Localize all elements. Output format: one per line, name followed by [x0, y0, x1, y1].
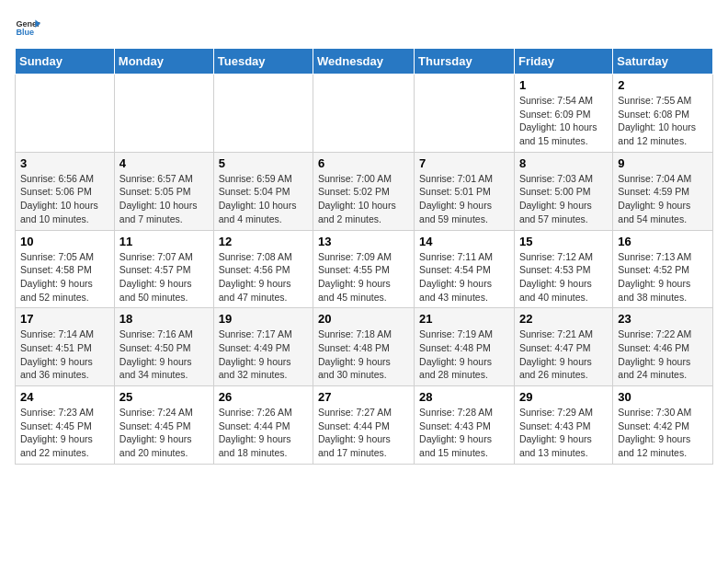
day-info: Sunrise: 7:09 AM Sunset: 4:55 PM Dayligh… — [318, 250, 409, 304]
calendar-cell: 29Sunrise: 7:29 AM Sunset: 4:43 PM Dayli… — [514, 386, 612, 465]
day-number: 8 — [519, 156, 608, 170]
calendar-week-3: 10Sunrise: 7:05 AM Sunset: 4:58 PM Dayli… — [16, 230, 713, 308]
day-header-tuesday: Tuesday — [213, 49, 313, 75]
day-number: 23 — [618, 312, 708, 326]
calendar-cell: 2Sunrise: 7:55 AM Sunset: 6:08 PM Daylig… — [613, 75, 713, 153]
day-header-friday: Friday — [514, 49, 612, 75]
calendar-cell: 12Sunrise: 7:08 AM Sunset: 4:56 PM Dayli… — [213, 230, 313, 308]
day-info: Sunrise: 7:00 AM Sunset: 5:02 PM Dayligh… — [318, 172, 409, 226]
day-info: Sunrise: 7:19 AM Sunset: 4:48 PM Dayligh… — [419, 327, 509, 382]
calendar-cell: 30Sunrise: 7:30 AM Sunset: 4:42 PM Dayli… — [613, 386, 713, 465]
calendar-cell: 1Sunrise: 7:54 AM Sunset: 6:09 PM Daylig… — [514, 75, 612, 153]
calendar-week-4: 17Sunrise: 7:14 AM Sunset: 4:51 PM Dayli… — [16, 308, 713, 386]
day-info: Sunrise: 7:17 AM Sunset: 4:49 PM Dayligh… — [219, 327, 308, 382]
calendar-body: 1Sunrise: 7:54 AM Sunset: 6:09 PM Daylig… — [16, 75, 713, 465]
day-number: 22 — [519, 312, 608, 326]
day-number: 15 — [519, 235, 608, 248]
calendar-cell: 13Sunrise: 7:09 AM Sunset: 4:55 PM Dayli… — [313, 230, 415, 308]
calendar-cell: 15Sunrise: 7:12 AM Sunset: 4:53 PM Dayli… — [514, 230, 612, 308]
day-number: 14 — [419, 235, 509, 248]
day-number: 30 — [618, 390, 708, 404]
calendar-cell — [213, 75, 313, 153]
day-info: Sunrise: 6:56 AM Sunset: 5:06 PM Dayligh… — [20, 172, 109, 226]
day-info: Sunrise: 7:01 AM Sunset: 5:01 PM Dayligh… — [419, 172, 509, 226]
calendar-cell: 21Sunrise: 7:19 AM Sunset: 4:48 PM Dayli… — [415, 308, 515, 386]
day-info: Sunrise: 7:07 AM Sunset: 4:57 PM Dayligh… — [119, 250, 209, 304]
day-number: 7 — [419, 156, 509, 170]
day-info: Sunrise: 7:05 AM Sunset: 4:58 PM Dayligh… — [20, 250, 109, 304]
calendar-cell: 5Sunrise: 6:59 AM Sunset: 5:04 PM Daylig… — [213, 152, 313, 230]
calendar-cell: 3Sunrise: 6:56 AM Sunset: 5:06 PM Daylig… — [16, 152, 115, 230]
calendar-cell: 9Sunrise: 7:04 AM Sunset: 4:59 PM Daylig… — [613, 152, 713, 230]
calendar-cell: 10Sunrise: 7:05 AM Sunset: 4:58 PM Dayli… — [16, 230, 115, 308]
day-number: 5 — [219, 156, 308, 170]
day-info: Sunrise: 7:12 AM Sunset: 4:53 PM Dayligh… — [519, 250, 608, 304]
day-number: 28 — [419, 390, 509, 404]
day-number: 9 — [618, 156, 708, 170]
day-number: 17 — [20, 312, 109, 326]
day-info: Sunrise: 7:28 AM Sunset: 4:43 PM Dayligh… — [419, 406, 509, 460]
calendar-header-row: SundayMondayTuesdayWednesdayThursdayFrid… — [16, 49, 713, 75]
day-number: 29 — [519, 390, 608, 404]
calendar-cell — [114, 75, 213, 153]
calendar-cell: 24Sunrise: 7:23 AM Sunset: 4:45 PM Dayli… — [16, 386, 115, 465]
calendar-cell: 7Sunrise: 7:01 AM Sunset: 5:01 PM Daylig… — [415, 152, 515, 230]
day-info: Sunrise: 7:13 AM Sunset: 4:52 PM Dayligh… — [618, 250, 708, 304]
calendar-table: SundayMondayTuesdayWednesdayThursdayFrid… — [15, 48, 713, 465]
day-number: 6 — [318, 156, 409, 170]
day-info: Sunrise: 7:29 AM Sunset: 4:43 PM Dayligh… — [519, 406, 608, 460]
svg-text:Blue: Blue — [16, 28, 34, 37]
day-info: Sunrise: 7:54 AM Sunset: 6:09 PM Dayligh… — [519, 94, 608, 148]
day-number: 4 — [119, 156, 209, 170]
day-info: Sunrise: 6:57 AM Sunset: 5:05 PM Dayligh… — [119, 172, 209, 226]
calendar-cell: 4Sunrise: 6:57 AM Sunset: 5:05 PM Daylig… — [114, 152, 213, 230]
day-header-sunday: Sunday — [16, 49, 115, 75]
day-info: Sunrise: 7:14 AM Sunset: 4:51 PM Dayligh… — [20, 327, 109, 382]
day-info: Sunrise: 7:04 AM Sunset: 4:59 PM Dayligh… — [618, 172, 708, 226]
calendar-cell — [313, 75, 415, 153]
calendar-week-1: 1Sunrise: 7:54 AM Sunset: 6:09 PM Daylig… — [16, 75, 713, 153]
day-info: Sunrise: 7:18 AM Sunset: 4:48 PM Dayligh… — [318, 327, 409, 382]
calendar-week-2: 3Sunrise: 6:56 AM Sunset: 5:06 PM Daylig… — [16, 152, 713, 230]
day-info: Sunrise: 7:08 AM Sunset: 4:56 PM Dayligh… — [219, 250, 308, 304]
calendar-cell: 27Sunrise: 7:27 AM Sunset: 4:44 PM Dayli… — [313, 386, 415, 465]
day-number: 18 — [119, 312, 209, 326]
day-info: Sunrise: 7:11 AM Sunset: 4:54 PM Dayligh… — [419, 250, 509, 304]
calendar-cell: 25Sunrise: 7:24 AM Sunset: 4:45 PM Dayli… — [114, 386, 213, 465]
day-info: Sunrise: 7:23 AM Sunset: 4:45 PM Dayligh… — [20, 406, 109, 460]
day-info: Sunrise: 6:59 AM Sunset: 5:04 PM Dayligh… — [219, 172, 308, 226]
day-number: 3 — [20, 156, 109, 170]
day-number: 2 — [618, 78, 708, 92]
day-number: 21 — [419, 312, 509, 326]
calendar-cell: 18Sunrise: 7:16 AM Sunset: 4:50 PM Dayli… — [114, 308, 213, 386]
day-info: Sunrise: 7:27 AM Sunset: 4:44 PM Dayligh… — [318, 406, 409, 460]
day-info: Sunrise: 7:16 AM Sunset: 4:50 PM Dayligh… — [119, 327, 209, 382]
calendar-cell: 17Sunrise: 7:14 AM Sunset: 4:51 PM Dayli… — [16, 308, 115, 386]
calendar-week-5: 24Sunrise: 7:23 AM Sunset: 4:45 PM Dayli… — [16, 386, 713, 465]
day-info: Sunrise: 7:24 AM Sunset: 4:45 PM Dayligh… — [119, 406, 209, 460]
calendar-cell: 6Sunrise: 7:00 AM Sunset: 5:02 PM Daylig… — [313, 152, 415, 230]
day-number: 1 — [519, 78, 608, 92]
calendar-cell: 23Sunrise: 7:22 AM Sunset: 4:46 PM Dayli… — [613, 308, 713, 386]
day-header-wednesday: Wednesday — [313, 49, 415, 75]
day-number: 26 — [219, 390, 308, 404]
calendar-cell: 22Sunrise: 7:21 AM Sunset: 4:47 PM Dayli… — [514, 308, 612, 386]
calendar-cell — [16, 75, 115, 153]
page-header: General Blue — [15, 15, 713, 40]
calendar-cell: 8Sunrise: 7:03 AM Sunset: 5:00 PM Daylig… — [514, 152, 612, 230]
day-number: 16 — [618, 235, 708, 248]
day-info: Sunrise: 7:21 AM Sunset: 4:47 PM Dayligh… — [519, 327, 608, 382]
day-header-monday: Monday — [114, 49, 213, 75]
day-info: Sunrise: 7:30 AM Sunset: 4:42 PM Dayligh… — [618, 406, 708, 460]
calendar-cell: 14Sunrise: 7:11 AM Sunset: 4:54 PM Dayli… — [415, 230, 515, 308]
day-number: 10 — [20, 235, 109, 248]
day-header-saturday: Saturday — [613, 49, 713, 75]
day-number: 25 — [119, 390, 209, 404]
calendar-cell: 19Sunrise: 7:17 AM Sunset: 4:49 PM Dayli… — [213, 308, 313, 386]
logo: General Blue — [15, 15, 40, 40]
day-number: 19 — [219, 312, 308, 326]
day-header-thursday: Thursday — [415, 49, 515, 75]
day-number: 12 — [219, 235, 308, 248]
day-number: 20 — [318, 312, 409, 326]
day-info: Sunrise: 7:22 AM Sunset: 4:46 PM Dayligh… — [618, 327, 708, 382]
